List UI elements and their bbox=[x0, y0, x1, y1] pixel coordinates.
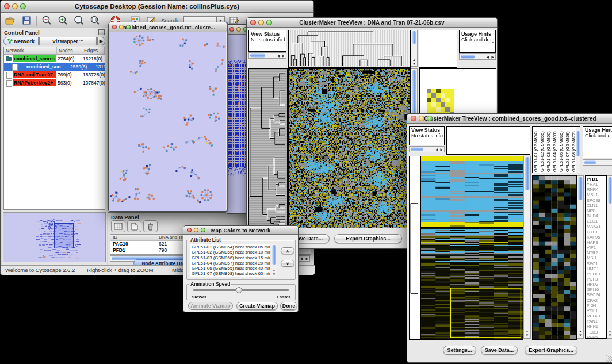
row-dendrogram-canvas[interactable] bbox=[409, 156, 420, 340]
matrix-cell[interactable] bbox=[431, 93, 436, 98]
save-data-button[interactable]: Save Data... bbox=[481, 346, 518, 355]
gene-label[interactable]: SEC24 bbox=[587, 292, 605, 297]
zoom-fit-button[interactable] bbox=[89, 15, 101, 26]
view-status-hscrollbar[interactable]: ◀ ▶ bbox=[409, 146, 445, 152]
close-button[interactable] bbox=[187, 228, 192, 232]
attribute-list-item[interactable]: GPL51-04 (GSM857) heat shock 20 min bbox=[192, 260, 270, 266]
scroll-up-arrow[interactable]: ▲ bbox=[577, 329, 583, 333]
attribute-list-item[interactable]: GPL51-03 (GSM856) heat shock 15 min bbox=[192, 255, 270, 260]
settings-button[interactable]: Settings... bbox=[443, 346, 476, 355]
matrix-cell[interactable] bbox=[450, 89, 454, 93]
speed-slider-thumb[interactable] bbox=[236, 287, 242, 293]
zoom-button[interactable] bbox=[201, 228, 205, 232]
hscroll-thumb[interactable] bbox=[250, 53, 265, 58]
matrix-cell[interactable] bbox=[445, 93, 450, 98]
gene-label[interactable]: CLN1 bbox=[587, 203, 605, 208]
vscroll-thumb[interactable] bbox=[272, 245, 276, 265]
gene-label[interactable]: PUF3 bbox=[587, 277, 605, 282]
vscroll-thumb[interactable] bbox=[608, 177, 612, 204]
scroll-up-arrow[interactable]: ▲ bbox=[271, 269, 277, 272]
treeview2-titlebar[interactable]: ClusterMaker TreeView : combined_scores_… bbox=[407, 114, 612, 124]
matrix-cell[interactable] bbox=[436, 107, 441, 112]
tab-network[interactable]: Network bbox=[3, 37, 39, 45]
column-label[interactable]: GPL51-06 (GSM865) bbox=[558, 127, 564, 172]
create-vizmap-button[interactable]: Create Vizmap bbox=[236, 302, 278, 310]
done-button[interactable]: Done bbox=[280, 302, 297, 310]
minimize-button[interactable] bbox=[12, 3, 18, 9]
scroll-down-arrow[interactable]: ▼ bbox=[411, 62, 417, 66]
hscroll-thumb[interactable] bbox=[461, 55, 475, 59]
matrix-cell[interactable] bbox=[441, 102, 445, 107]
heatmap-canvas[interactable] bbox=[288, 68, 411, 228]
gene-label[interactable]: RPN1 bbox=[587, 324, 605, 329]
matrix-cell[interactable] bbox=[436, 98, 441, 102]
view-status-hscrollbar[interactable]: ◀ ▶ bbox=[248, 52, 286, 59]
column-dendrogram-panel[interactable] bbox=[446, 126, 530, 155]
matrix-cell[interactable] bbox=[450, 98, 454, 102]
network-row[interactable]: combined_scores 2764(0) 16218(0) bbox=[4, 55, 105, 63]
close-button[interactable] bbox=[230, 27, 234, 32]
gene-label[interactable]: SPC98 bbox=[587, 198, 605, 203]
close-button[interactable] bbox=[250, 20, 256, 25]
zoom-heatmap-canvas[interactable] bbox=[532, 175, 577, 340]
column-edges[interactable]: Edges bbox=[82, 47, 105, 54]
network-row[interactable]: RNAPuberNov2+ 563(0) 107847(0) bbox=[4, 79, 105, 87]
zoom-out-button[interactable] bbox=[40, 15, 53, 26]
column-dendrogram-canvas[interactable] bbox=[288, 30, 411, 68]
heatmap-canvas[interactable] bbox=[420, 156, 523, 340]
gene-label[interactable]: MSI1 bbox=[587, 255, 605, 260]
network-overview-panel[interactable] bbox=[3, 212, 106, 262]
close-button[interactable] bbox=[4, 3, 10, 9]
gene-label[interactable]: RNR4 bbox=[587, 187, 605, 192]
correlation-matrix[interactable] bbox=[427, 89, 454, 116]
row-dendrogram-canvas[interactable] bbox=[248, 68, 288, 228]
matrix-cell[interactable] bbox=[427, 102, 431, 107]
vscroll-thumb[interactable] bbox=[412, 31, 416, 44]
matrix-cell[interactable] bbox=[445, 102, 450, 107]
top-dendrogram-vscrollbar[interactable]: ▲ ▼ bbox=[411, 30, 418, 67]
id-column-header[interactable]: ID bbox=[110, 235, 156, 240]
export-graphics-button[interactable]: Export Graphics... bbox=[334, 234, 402, 243]
matrix-cell[interactable] bbox=[436, 93, 441, 98]
matrix-cell[interactable] bbox=[427, 89, 431, 93]
matrix-cell[interactable] bbox=[441, 93, 445, 98]
scroll-left-arrow[interactable]: ◀ bbox=[486, 54, 489, 60]
matrix-cell[interactable] bbox=[450, 102, 454, 107]
minimize-button[interactable] bbox=[419, 116, 424, 121]
zoom-selected-button[interactable] bbox=[72, 15, 85, 26]
zoom-button[interactable] bbox=[20, 3, 26, 9]
gene-label[interactable]: HAP3 bbox=[587, 240, 605, 245]
attribute-list-item[interactable]: GPL51-01 (GSM854) heat shock 05 min bbox=[192, 244, 270, 250]
dialog-titlebar[interactable]: Map Colors to Network bbox=[183, 226, 298, 235]
attribute-list-item[interactable]: GPL51-06 (GSM865) heat shock 40 min bbox=[192, 266, 270, 271]
gene-label[interactable]: YSH1 bbox=[587, 308, 605, 313]
zoom-button[interactable] bbox=[427, 116, 433, 121]
network-overview-canvas[interactable] bbox=[3, 213, 105, 262]
attribute-list-vscrollbar[interactable]: ▲ ▼ bbox=[271, 244, 277, 277]
gene-label[interactable]: PHO81 bbox=[587, 271, 605, 277]
scroll-right-arrow[interactable]: ▶ bbox=[282, 53, 285, 59]
scroll-down-arrow[interactable]: ▼ bbox=[524, 334, 530, 337]
gene-list-vscrollbar[interactable]: ▲ ▼ bbox=[607, 175, 612, 339]
gene-label[interactable]: PFD1 bbox=[587, 177, 605, 182]
usage-hints-hscrollbar[interactable] bbox=[583, 159, 612, 166]
minimize-button[interactable] bbox=[258, 20, 264, 25]
matrix-cell[interactable] bbox=[431, 89, 436, 93]
attribute-list-item[interactable]: GPL51-07 (GSM868) heat shock 60 min bbox=[192, 271, 270, 276]
scroll-left-arrow[interactable]: ◀ bbox=[277, 53, 280, 59]
scroll-down-arrow[interactable]: ▼ bbox=[577, 334, 583, 337]
gene-label[interactable]: HRD3 bbox=[587, 282, 605, 287]
gene-label[interactable]: ELG1 bbox=[587, 219, 605, 224]
scroll-up-arrow[interactable]: ▲ bbox=[411, 58, 417, 62]
vscroll-thumb[interactable] bbox=[578, 177, 583, 200]
gene-label[interactable]: PAN1 bbox=[587, 319, 605, 324]
matrix-cell[interactable] bbox=[436, 102, 441, 107]
save-session-button[interactable] bbox=[20, 15, 33, 26]
float-panel-icon[interactable] bbox=[98, 29, 105, 35]
minimize-button[interactable] bbox=[236, 27, 241, 32]
move-up-button[interactable]: ∧ bbox=[281, 247, 294, 254]
scroll-up-arrow[interactable]: ▲ bbox=[607, 329, 612, 333]
scroll-down-arrow[interactable]: ▼ bbox=[607, 334, 612, 337]
gene-label[interactable]: RPO21 bbox=[587, 313, 605, 319]
matrix-cell[interactable] bbox=[441, 107, 445, 112]
